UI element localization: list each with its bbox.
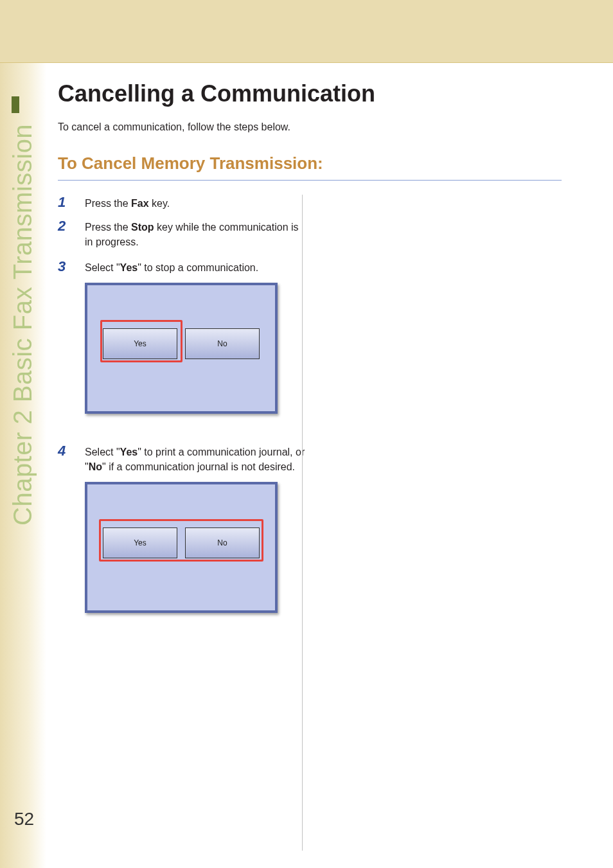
highlight-box-both: [99, 519, 263, 562]
chapter-tab-marker: [12, 96, 19, 113]
manual-page: Chapter 2 Basic Fax Transmission Cancell…: [0, 0, 613, 868]
dialog-screenshot-2: Yes No: [85, 482, 278, 613]
text-bold: Stop: [131, 222, 154, 233]
page-number: 52: [14, 809, 34, 829]
step-1: 1 Press the Fax key.: [58, 195, 308, 211]
screenshot-panel-2-wrap: Yes No: [85, 482, 278, 613]
section-title: To Cancel Memory Transmission:: [58, 154, 562, 173]
header-band: [0, 0, 613, 62]
step-text: Press the Stop key while the communicati…: [85, 218, 308, 249]
text-segment: Select ": [85, 447, 120, 457]
section-rule: [58, 180, 562, 181]
text-segment: " to stop a communication.: [138, 262, 258, 273]
two-column-area: 1 Press the Fax key. 2 Press the Stop ke…: [58, 195, 562, 613]
text-bold: No: [89, 461, 102, 472]
column-divider: [302, 195, 303, 851]
step-2: 2 Press the Stop key while the communica…: [58, 218, 308, 249]
step-text: Select "Yes" to stop a communication.: [85, 259, 258, 275]
step-number: 4: [58, 443, 85, 459]
header-rule: [0, 62, 613, 63]
screenshot-panel-1-wrap: Yes No: [85, 283, 278, 414]
step-4: 4 Select "Yes" to print a communication …: [58, 443, 308, 474]
step-number: 3: [58, 259, 85, 274]
text-bold: Fax: [131, 198, 149, 209]
step-number: 2: [58, 218, 85, 234]
main-content: Cancelling a Communication To cancel a c…: [58, 71, 562, 642]
text-segment: key.: [149, 198, 170, 209]
text-segment: Select ": [85, 262, 120, 273]
text-bold: Yes: [120, 447, 138, 457]
highlight-box-yes: [100, 320, 182, 362]
step-text: Press the Fax key.: [85, 195, 170, 211]
no-button[interactable]: No: [185, 328, 260, 359]
text-segment: Press the: [85, 222, 131, 233]
text-segment: Press the: [85, 198, 131, 209]
chapter-sidebar-label: Chapter 2 Basic Fax Transmission: [6, 114, 39, 526]
text-bold: Yes: [120, 262, 138, 273]
intro-text: To cancel a communication, follow the st…: [58, 121, 562, 133]
page-title: Cancelling a Communication: [58, 80, 562, 107]
text-segment: " if a communication journal is not desi…: [102, 461, 295, 472]
step-text: Select "Yes" to print a communication jo…: [85, 443, 308, 474]
left-column: 1 Press the Fax key. 2 Press the Stop ke…: [58, 195, 308, 613]
step-3: 3 Select "Yes" to stop a communication.: [58, 259, 308, 275]
dialog-screenshot-1: Yes No: [85, 283, 278, 414]
step-number: 1: [58, 195, 85, 210]
